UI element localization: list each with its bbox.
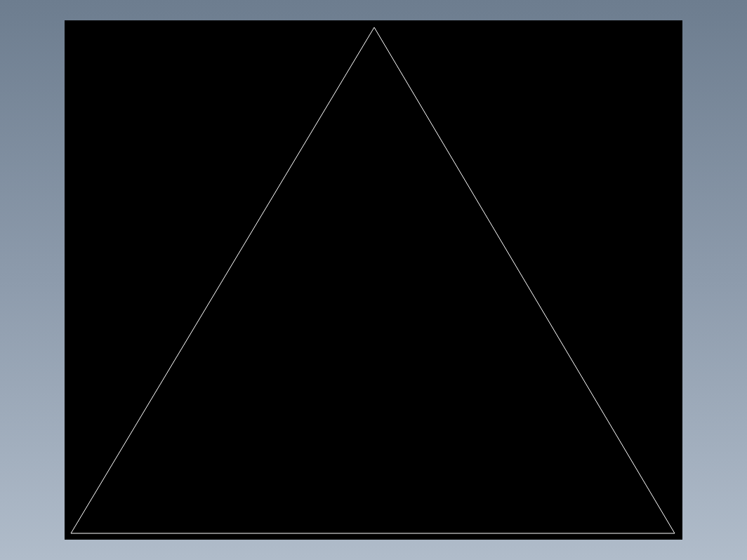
shape-svg xyxy=(65,20,682,540)
triangle-shape xyxy=(71,27,675,533)
drawing-canvas[interactable] xyxy=(65,20,682,540)
